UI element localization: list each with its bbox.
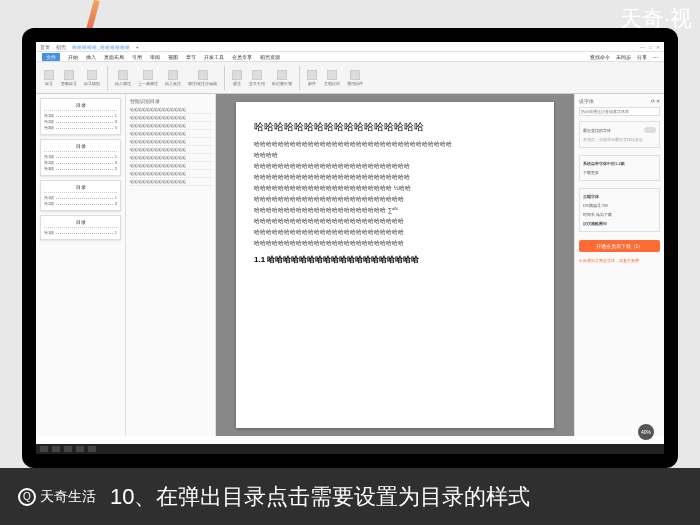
close-icon[interactable]: ✕ bbox=[656, 44, 660, 50]
menu-item[interactable]: 视图 bbox=[168, 54, 178, 60]
menu-item[interactable]: 引用 bbox=[132, 54, 142, 60]
taskbar-app[interactable] bbox=[64, 446, 72, 452]
doc-heading: 1.1 哈哈哈哈哈哈哈哈哈哈哈哈哈哈哈哈哈哈哈 bbox=[254, 254, 536, 265]
tab-document[interactable]: 哈哈哈哈哈_哈哈哈哈哈哈 bbox=[72, 44, 130, 50]
nav-item[interactable]: 哈哈哈哈哈哈哈哈哈哈哈哈哈哈 bbox=[130, 138, 211, 146]
workspace: 目录 第1级1 第2级3 第3级5 目录 第1级1 第2级3 第3级5 目录 第… bbox=[36, 94, 664, 436]
menu-item[interactable]: 页面布局 bbox=[104, 54, 124, 60]
menu-item[interactable]: 会员专享 bbox=[232, 54, 252, 60]
toc-style-option[interactable]: 目录 第1级1 第2级3 第3级5 bbox=[40, 139, 121, 176]
taskbar-app[interactable] bbox=[88, 446, 96, 452]
maximize-icon[interactable]: □ bbox=[649, 44, 652, 50]
start-button[interactable] bbox=[40, 446, 48, 452]
nav-item[interactable]: 哈哈哈哈哈哈哈哈哈哈哈哈哈哈 bbox=[130, 154, 211, 162]
toc-style-option[interactable]: 目录 第1级1 第2级3 第3级5 bbox=[40, 98, 121, 135]
ribbon-index[interactable]: 标记索引项 bbox=[270, 70, 294, 86]
doc-line: 哈哈哈哈 bbox=[254, 151, 536, 160]
doc-line: 哈哈哈哈哈哈哈哈哈哈哈哈哈哈哈哈哈哈哈哈哈哈哈哈哈 bbox=[254, 217, 536, 226]
nav-item[interactable]: 哈哈哈哈哈哈哈哈哈哈哈哈哈哈 bbox=[130, 130, 211, 138]
ribbon-footnote[interactable]: 插入脚注 bbox=[113, 70, 133, 86]
document-area[interactable]: 哈哈哈哈哈哈哈哈哈哈哈哈哈哈哈哈哈 哈哈哈哈哈哈哈哈哈哈哈哈哈哈哈哈哈哈哈哈哈哈… bbox=[216, 94, 574, 436]
font-panel: 设字体⟳ ✕ 最近查找的字体 开启后，分组显示最近字体以及近 系统自带字体中的1… bbox=[574, 94, 664, 436]
ribbon-toc[interactable]: 目录 bbox=[42, 70, 56, 86]
taskbar bbox=[36, 444, 664, 454]
taskbar-app[interactable] bbox=[76, 446, 84, 452]
menu-item[interactable]: 开始 bbox=[68, 54, 78, 60]
window-controls: — □ ✕ bbox=[640, 44, 660, 50]
more-icon[interactable]: ⋯ bbox=[653, 54, 658, 60]
zoom-indicator[interactable]: 40% bbox=[638, 424, 654, 440]
font-option[interactable]: 汉仪雅酷黑W bbox=[583, 221, 607, 226]
ribbon-separator[interactable]: 脚注/尾注分隔线 bbox=[186, 70, 219, 86]
ribbon-mail[interactable]: 邮件 bbox=[305, 70, 319, 86]
menu-item[interactable]: 插入 bbox=[86, 54, 96, 60]
titlebar: 首页 稻壳 哈哈哈哈哈_哈哈哈哈哈哈 + — □ ✕ bbox=[36, 42, 664, 52]
font-warning: ⊘ 检测到非商业字体，回复可免费 bbox=[579, 258, 660, 263]
nav-item[interactable]: 哈哈哈哈哈哈哈哈哈哈哈哈哈哈 bbox=[130, 106, 211, 114]
font-option[interactable]: DS预编录 TW bbox=[583, 203, 608, 208]
tab-new[interactable]: + bbox=[136, 44, 139, 50]
doc-line: 哈哈哈哈哈哈哈哈哈哈哈哈哈哈哈哈哈哈哈哈哈哈 ∑⁴⁵⁶ bbox=[254, 206, 536, 215]
minimize-icon[interactable]: — bbox=[640, 44, 645, 50]
ribbon-compare[interactable]: 文档比对 bbox=[322, 70, 342, 86]
share-button[interactable]: 分享 bbox=[637, 54, 647, 60]
monitor-frame: 首页 稻壳 哈哈哈哈哈_哈哈哈哈哈哈 + — □ ✕ 文件 开始 插入 页面布局… bbox=[22, 28, 678, 468]
nav-item[interactable]: 哈哈哈哈哈哈哈哈哈哈哈哈哈哈 bbox=[130, 122, 211, 130]
nav-item[interactable]: 哈哈哈哈哈哈哈哈哈哈哈哈哈哈 bbox=[130, 114, 211, 122]
menubar: 文件 开始 插入 页面布局 引用 审阅 视图 章节 开发工具 会员专享 稻壳资源… bbox=[36, 52, 664, 62]
search-command[interactable]: 查找命令 bbox=[590, 54, 610, 60]
menu-item[interactable]: 审阅 bbox=[150, 54, 160, 60]
doc-line: 哈哈哈哈哈哈哈哈哈哈哈哈哈哈哈哈哈哈哈哈哈哈哈哈哈 bbox=[254, 195, 536, 204]
nav-item[interactable]: 哈哈哈哈哈哈哈哈哈哈哈哈哈哈 bbox=[130, 170, 211, 178]
logo-icon: Q bbox=[18, 488, 36, 506]
download-button[interactable]: 开通会员后下载（1） bbox=[579, 240, 660, 252]
doc-line: 哈哈哈哈哈哈哈哈哈哈哈哈哈哈哈哈哈哈哈哈哈哈哈哈哈哈哈哈哈哈哈哈哈 bbox=[254, 140, 536, 149]
sync-status[interactable]: 未同步 bbox=[616, 54, 631, 60]
caption-logo: Q 天奇生活 bbox=[18, 488, 96, 506]
ribbon: 目录 更新目录 目录级别 插入脚注 上一条脚注 插入尾注 脚注/尾注分隔线 题注… bbox=[36, 62, 664, 94]
menu-item[interactable]: 章节 bbox=[186, 54, 196, 60]
decorative-pencil bbox=[86, 0, 100, 30]
doc-line: 哈哈哈哈哈哈哈哈哈哈哈哈哈哈哈哈哈哈哈哈哈哈哈哈哈哈 bbox=[254, 162, 536, 171]
menu-file[interactable]: 文件 bbox=[42, 53, 60, 61]
font-search-input[interactable] bbox=[579, 107, 660, 116]
menu-item[interactable]: 稻壳资源 bbox=[260, 54, 280, 60]
caption-overlay: Q 天奇生活 10、在弹出目录点击需要设置为目录的样式 bbox=[0, 468, 700, 525]
ribbon-caption[interactable]: 题注 bbox=[230, 70, 244, 86]
toc-style-option[interactable]: 目录 第1级1 第2级3 bbox=[40, 180, 121, 211]
nav-header: 智能识别目录 bbox=[130, 98, 211, 104]
recent-fonts-toggle[interactable] bbox=[644, 127, 656, 133]
ribbon-toc-level[interactable]: 目录级别 bbox=[82, 70, 102, 86]
doc-line: 哈哈哈哈哈哈哈哈哈哈哈哈哈哈哈哈哈哈哈哈哈哈哈哈哈哈 bbox=[254, 173, 536, 182]
tab-docer[interactable]: 稻壳 bbox=[56, 44, 66, 50]
doc-line: 哈哈哈哈哈哈哈哈哈哈哈哈哈哈哈哈哈哈哈哈哈哈哈 ½哈哈 bbox=[254, 184, 536, 193]
doc-title: 哈哈哈哈哈哈哈哈哈哈哈哈哈哈哈哈哈 bbox=[254, 120, 536, 134]
panel-close-icon[interactable]: ⟳ ✕ bbox=[651, 98, 660, 104]
ribbon-plugin[interactable]: 通用插件 bbox=[345, 70, 365, 86]
caption-text: 10、在弹出目录点击需要设置为目录的样式 bbox=[110, 482, 530, 512]
font-option[interactable]: 时间长 精简下载 bbox=[583, 212, 612, 217]
menu-item[interactable]: 开发工具 bbox=[204, 54, 224, 60]
ribbon-endnote[interactable]: 插入尾注 bbox=[163, 70, 183, 86]
panel-title: 设字体 bbox=[579, 98, 594, 104]
nav-item[interactable]: 哈哈哈哈哈哈哈哈哈哈哈哈哈哈 bbox=[130, 162, 211, 170]
ribbon-crossref[interactable]: 交叉引用 bbox=[247, 70, 267, 86]
nav-item[interactable]: 哈哈哈哈哈哈哈哈哈哈哈哈哈哈 bbox=[130, 178, 211, 186]
nav-item[interactable]: 哈哈哈哈哈哈哈哈哈哈哈哈哈哈 bbox=[130, 146, 211, 154]
tab-home[interactable]: 首页 bbox=[40, 44, 50, 50]
ribbon-update-toc[interactable]: 更新目录 bbox=[59, 70, 79, 86]
taskbar-app[interactable] bbox=[52, 446, 60, 452]
screen: 首页 稻壳 哈哈哈哈哈_哈哈哈哈哈哈 + — □ ✕ 文件 开始 插入 页面布局… bbox=[36, 42, 664, 454]
toc-panel: 目录 第1级1 第2级3 第3级5 目录 第1级1 第2级3 第3级5 目录 第… bbox=[36, 94, 126, 436]
nav-panel: 智能识别目录 哈哈哈哈哈哈哈哈哈哈哈哈哈哈 哈哈哈哈哈哈哈哈哈哈哈哈哈哈 哈哈哈… bbox=[126, 94, 216, 436]
doc-line: 哈哈哈哈哈哈哈哈哈哈哈哈哈哈哈哈哈哈哈哈哈哈哈哈哈 bbox=[254, 239, 536, 248]
toc-style-option[interactable]: 目录 第1级1 bbox=[40, 215, 121, 240]
ribbon-prev-footnote[interactable]: 上一条脚注 bbox=[136, 70, 160, 86]
page: 哈哈哈哈哈哈哈哈哈哈哈哈哈哈哈哈哈 哈哈哈哈哈哈哈哈哈哈哈哈哈哈哈哈哈哈哈哈哈哈… bbox=[236, 102, 554, 428]
doc-line: 哈哈哈哈哈哈哈哈哈哈哈哈哈哈哈哈哈哈哈哈哈哈哈哈哈 bbox=[254, 228, 536, 237]
